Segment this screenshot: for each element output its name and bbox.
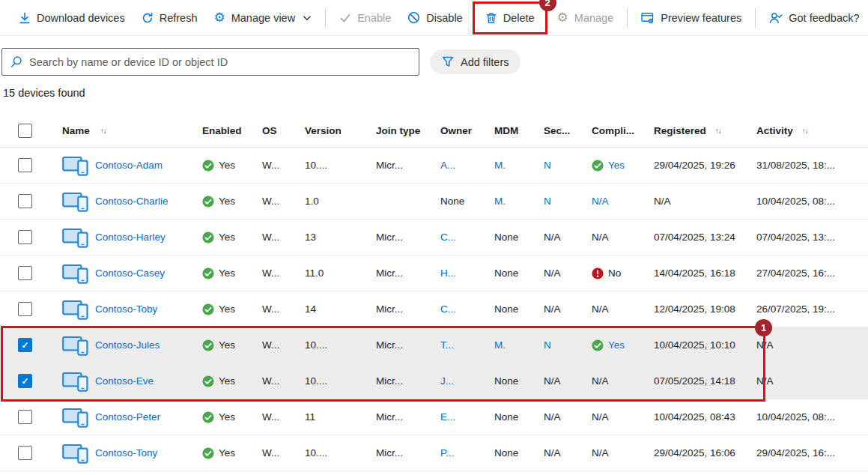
device-name-link[interactable]: Contoso-Toby [95,303,157,315]
security-value[interactable]: N [544,339,551,351]
registered-value: 29/04/2025, 16:06 [654,447,735,459]
os-value: W... [262,196,279,207]
cell-owner: A... [433,148,487,183]
command-bar: Download devices Refresh ⚙ Manage view E… [0,0,868,36]
download-devices-label: Download devices [37,12,125,24]
owner-value: None [440,196,464,207]
join-type-value: Micr... [376,232,403,243]
column-header-owner[interactable]: Owner [433,115,487,147]
mdm-value: None [494,267,518,279]
device-name-link[interactable]: Contoso-Harley [95,232,166,243]
compliant-value[interactable]: Yes [608,339,625,351]
preview-features-button[interactable]: Preview features [633,4,750,31]
add-filters-button[interactable]: Add filters [430,49,521,74]
table-row[interactable]: Contoso-TobyYesW...14Micr...C...NoneN/AN… [0,291,868,327]
row-checkbox[interactable] [18,230,32,244]
version-value: 11.0 [305,267,324,279]
cell-compliant: N/A [584,184,646,219]
cell-checkbox: ✓ [0,363,52,399]
mdm-value[interactable]: M. [494,196,506,207]
enabled-value: Yes [219,411,235,423]
device-name-link[interactable]: Contoso-Casey [95,267,165,279]
sort-icon: ↑↓ [802,127,808,135]
row-checkbox[interactable] [18,446,32,460]
table-row[interactable]: Contoso-PeterYesW...11Micr...E...NoneN/A… [0,399,868,435]
registered-value: N/A [654,196,671,207]
owner-value[interactable]: C... [440,303,456,315]
enabled-value: Yes [219,339,235,351]
column-header-activity[interactable]: Activity↑↓ [749,115,868,147]
column-header-enabled[interactable]: Enabled [195,115,255,147]
cell-mdm: None [487,220,536,255]
owner-value[interactable]: E... [440,411,455,423]
cell-compliant: N/A [584,220,646,255]
row-checkbox[interactable]: ✓ [18,374,32,388]
owner-value[interactable]: J... [440,375,454,387]
column-header-join[interactable]: Join type [368,115,433,147]
mdm-value: None [494,232,518,243]
cell-security: N [536,148,584,183]
table-row[interactable]: Contoso-CharlieYesW...1.0NoneM.NN/AN/A10… [0,184,868,220]
security-value[interactable]: N [544,196,551,207]
row-checkbox[interactable] [18,194,32,208]
device-name-link[interactable]: Contoso-Peter [95,411,160,423]
owner-value[interactable]: A... [440,160,455,171]
column-header-os[interactable]: OS [255,115,297,147]
row-checkbox[interactable] [18,302,32,316]
compliant-value[interactable]: N/A [592,196,609,207]
delete-button[interactable]: Delete [477,4,543,31]
device-name-link[interactable]: Contoso-Eve [95,375,154,387]
download-devices-button[interactable]: Download devices [10,4,133,31]
device-name-link[interactable]: Contoso-Tony [95,447,157,459]
device-name-link[interactable]: Contoso-Jules [95,339,160,351]
column-header-name[interactable]: Name↑↓ [52,115,195,147]
column-header-compliant[interactable]: Compli... [584,115,646,147]
activity-value: 07/04/2025, 13:... [756,232,835,243]
cell-compliant: Yes [584,327,646,363]
owner-value[interactable]: H... [440,267,456,279]
compliant-value[interactable]: Yes [608,160,625,171]
owner-value[interactable]: C... [440,232,456,243]
registered-value: 07/05/2025, 14:18 [654,375,735,387]
column-header-version[interactable]: Version [297,115,368,147]
column-header-mdm[interactable]: MDM [487,115,536,147]
cell-owner: C... [433,220,487,255]
disable-button[interactable]: Disable [399,4,470,31]
row-checkbox[interactable] [18,266,32,280]
table-row[interactable]: ✓Contoso-JulesYesW...10....Micr...T...M.… [0,327,868,363]
row-checkbox[interactable] [18,158,32,172]
row-checkbox[interactable] [18,410,32,424]
owner-value[interactable]: T... [440,339,454,351]
cell-version: 10.... [297,363,368,399]
mdm-value[interactable]: M. [494,160,506,171]
table-row[interactable]: Contoso-TonyYesW...10....Micr...P...None… [0,435,868,471]
manage-view-button[interactable]: ⚙ Manage view [205,4,320,31]
security-value[interactable]: N [544,160,551,171]
mdm-value[interactable]: M. [494,339,506,351]
column-header-sec[interactable]: Sec... [536,115,584,147]
device-name-link[interactable]: Contoso-Charlie [95,196,169,207]
device-name-link[interactable]: Contoso-Adam [95,160,163,171]
got-feedback-button[interactable]: Got feedback? [761,4,867,31]
search-input[interactable] [2,49,419,75]
enabled-status-icon [202,411,214,423]
compliant-value: N/A [592,447,609,459]
table-row[interactable]: Contoso-AdamYesW...10....Micr...A...M.NY… [0,148,868,184]
cell-mdm: M. [487,184,536,219]
column-header-label: Join type [376,125,420,136]
row-checkbox[interactable]: ✓ [18,338,32,352]
select-all-checkbox[interactable] [18,124,32,138]
join-type-value: Micr... [376,411,403,423]
cell-enabled: Yes [195,220,255,255]
manage-button[interactable]: ⚙ Manage [549,4,622,31]
enable-button[interactable]: Enable [331,4,399,31]
join-type-value: Micr... [376,303,403,315]
version-value: 13 [305,232,316,243]
column-header-registered[interactable]: Registered↑↓ [646,115,749,147]
table-row[interactable]: ✓Contoso-EveYesW...10....Micr...J...None… [0,363,868,399]
refresh-button[interactable]: Refresh [133,4,206,31]
table-row[interactable]: Contoso-HarleyYesW...13Micr...C...NoneN/… [0,220,868,255]
enabled-status-icon [202,375,214,387]
owner-value[interactable]: P... [440,447,455,459]
table-row[interactable]: Contoso-CaseyYesW...11.0Micr...H...NoneN… [0,255,868,291]
